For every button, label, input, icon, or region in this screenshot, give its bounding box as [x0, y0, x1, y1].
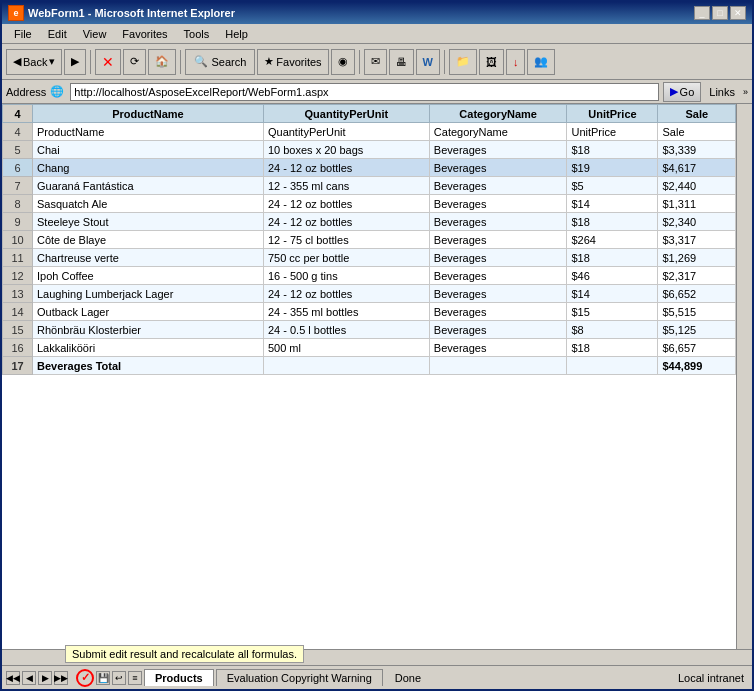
menu-view[interactable]: View	[75, 26, 115, 42]
sheet-nav-prev[interactable]: ◀	[22, 671, 36, 685]
sheet-nav-next[interactable]: ▶	[38, 671, 52, 685]
close-button[interactable]: ✕	[730, 6, 746, 20]
table-cell[interactable]: 500 ml	[263, 339, 429, 357]
print-button[interactable]: 🖶	[389, 49, 414, 75]
table-cell[interactable]: 24 - 12 oz bottles	[263, 195, 429, 213]
tab-products[interactable]: Products	[144, 669, 214, 686]
table-cell[interactable]: Laughing Lumberjack Lager	[33, 285, 264, 303]
table-cell[interactable]: 12 - 75 cl bottles	[263, 231, 429, 249]
table-cell[interactable]	[567, 357, 658, 375]
toolbar-extra-1[interactable]: 📁	[449, 49, 477, 75]
menu-edit[interactable]: Edit	[40, 26, 75, 42]
table-cell[interactable]: 24 - 355 ml bottles	[263, 303, 429, 321]
table-cell[interactable]	[263, 357, 429, 375]
table-cell[interactable]: ProductName	[33, 123, 264, 141]
table-cell[interactable]: Beverages	[429, 141, 567, 159]
table-cell[interactable]: $264	[567, 231, 658, 249]
table-cell[interactable]: Beverages	[429, 177, 567, 195]
table-cell[interactable]: 10 boxes x 20 bags	[263, 141, 429, 159]
forward-button[interactable]: ▶	[64, 49, 86, 75]
table-cell[interactable]: Beverages Total	[33, 357, 264, 375]
save-icon-button[interactable]: 💾	[96, 671, 110, 685]
check-edit-button[interactable]: ✓	[76, 669, 94, 687]
menu-file[interactable]: File	[6, 26, 40, 42]
table-cell[interactable]: $3,317	[658, 231, 736, 249]
table-cell[interactable]: Chai	[33, 141, 264, 159]
table-cell[interactable]: Beverages	[429, 159, 567, 177]
table-cell[interactable]: $4,617	[658, 159, 736, 177]
table-cell[interactable]: Outback Lager	[33, 303, 264, 321]
menu-tools[interactable]: Tools	[176, 26, 218, 42]
table-cell[interactable]: $18	[567, 213, 658, 231]
table-cell[interactable]: $6,652	[658, 285, 736, 303]
table-cell[interactable]: $5,125	[658, 321, 736, 339]
sheet-arrow-button[interactable]: ≡	[128, 671, 142, 685]
table-cell[interactable]: $2,340	[658, 213, 736, 231]
table-cell[interactable]: Beverages	[429, 303, 567, 321]
table-cell[interactable]: $6,657	[658, 339, 736, 357]
table-cell[interactable]: CategoryName	[429, 123, 567, 141]
table-cell[interactable]: 12 - 355 ml cans	[263, 177, 429, 195]
toolbar-extra-2[interactable]: 🖼	[479, 49, 504, 75]
table-cell[interactable]: Ipoh Coffee	[33, 267, 264, 285]
table-cell[interactable]: 24 - 0.5 l bottles	[263, 321, 429, 339]
maximize-button[interactable]: □	[712, 6, 728, 20]
table-cell[interactable]: $18	[567, 339, 658, 357]
tab-evaluation-warning[interactable]: Evaluation Copyright Warning	[216, 669, 383, 686]
spreadsheet-scroll-area[interactable]: 4 ProductName QuantityPerUnit CategoryNa…	[2, 104, 736, 649]
table-cell[interactable]: UnitPrice	[567, 123, 658, 141]
undo-button[interactable]: ↩	[112, 671, 126, 685]
home-button[interactable]: 🏠	[148, 49, 176, 75]
search-button[interactable]: 🔍 Search	[185, 49, 255, 75]
table-cell[interactable]: $1,269	[658, 249, 736, 267]
table-cell[interactable]: Rhönbräu Klosterbier	[33, 321, 264, 339]
table-cell[interactable]: $18	[567, 141, 658, 159]
vertical-scrollbar[interactable]	[736, 104, 752, 649]
stop-button[interactable]: ✕	[95, 49, 121, 75]
table-cell[interactable]: $44,899	[658, 357, 736, 375]
table-cell[interactable]: $1,311	[658, 195, 736, 213]
table-cell[interactable]: 24 - 12 oz bottles	[263, 285, 429, 303]
table-cell[interactable]: Beverages	[429, 339, 567, 357]
table-cell[interactable]: $5	[567, 177, 658, 195]
table-cell[interactable]: Beverages	[429, 267, 567, 285]
table-cell[interactable]: $2,317	[658, 267, 736, 285]
table-cell[interactable]: $5,515	[658, 303, 736, 321]
table-cell[interactable]: Beverages	[429, 195, 567, 213]
table-cell[interactable]: Sasquatch Ale	[33, 195, 264, 213]
word-button[interactable]: W	[416, 49, 440, 75]
table-cell[interactable]: Sale	[658, 123, 736, 141]
table-cell[interactable]: Côte de Blaye	[33, 231, 264, 249]
address-input[interactable]	[70, 83, 658, 101]
table-cell[interactable]	[429, 357, 567, 375]
refresh-button[interactable]: ⟳	[123, 49, 146, 75]
table-cell[interactable]: $14	[567, 285, 658, 303]
table-cell[interactable]: $2,440	[658, 177, 736, 195]
table-cell[interactable]: Beverages	[429, 231, 567, 249]
table-cell[interactable]: $46	[567, 267, 658, 285]
table-cell[interactable]: $19	[567, 159, 658, 177]
table-cell[interactable]: Beverages	[429, 213, 567, 231]
media-button[interactable]: ◉	[331, 49, 355, 75]
table-cell[interactable]: 24 - 12 oz bottles	[263, 159, 429, 177]
table-cell[interactable]: 750 cc per bottle	[263, 249, 429, 267]
favorites-button[interactable]: ★ Favorites	[257, 49, 328, 75]
table-cell[interactable]: 16 - 500 g tins	[263, 267, 429, 285]
table-cell[interactable]: Steeleye Stout	[33, 213, 264, 231]
table-cell[interactable]: $14	[567, 195, 658, 213]
table-cell[interactable]: Guaraná Fantástica	[33, 177, 264, 195]
table-cell[interactable]: Chang	[33, 159, 264, 177]
table-cell[interactable]: $15	[567, 303, 658, 321]
table-cell[interactable]: Beverages	[429, 321, 567, 339]
toolbar-extra-3[interactable]: ↓	[506, 49, 526, 75]
sheet-nav-last[interactable]: ▶▶	[54, 671, 68, 685]
go-button[interactable]: ▶ Go	[663, 82, 702, 102]
table-cell[interactable]: $8	[567, 321, 658, 339]
menu-help[interactable]: Help	[217, 26, 256, 42]
table-cell[interactable]: QuantityPerUnit	[263, 123, 429, 141]
table-cell[interactable]: Beverages	[429, 249, 567, 267]
sheet-nav-first[interactable]: ◀◀	[6, 671, 20, 685]
toolbar-extra-4[interactable]: 👥	[527, 49, 555, 75]
table-cell[interactable]: Chartreuse verte	[33, 249, 264, 267]
table-cell[interactable]: $18	[567, 249, 658, 267]
